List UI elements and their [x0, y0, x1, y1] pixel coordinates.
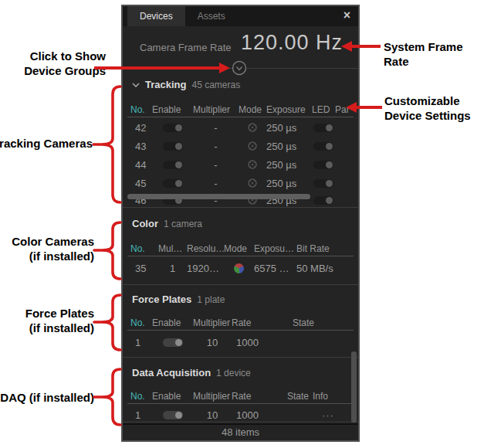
tab-assets[interactable]: Assets — [185, 6, 238, 26]
tracking-section-header[interactable]: Tracking 45 cameras — [132, 79, 240, 90]
enable-toggle[interactable] — [163, 161, 183, 169]
rate-value: 1000 — [232, 409, 287, 421]
tab-devices[interactable]: Devices — [127, 6, 185, 26]
multiplier-value: 10 — [193, 409, 232, 421]
multiplier-value: - — [193, 141, 239, 152]
info-ellipsis-icon[interactable]: ··· — [313, 409, 344, 421]
tracking-mode-icon[interactable] — [247, 159, 258, 170]
tracking-brace — [93, 87, 120, 202]
chevron-down-circle-icon[interactable] — [231, 59, 248, 76]
col-exposure: Exposure — [266, 104, 312, 115]
color-section-header[interactable]: Color 1 camera — [132, 218, 202, 229]
col-no: No. — [130, 391, 152, 402]
multiplier-value: - — [193, 122, 239, 134]
section-divider — [123, 357, 358, 358]
tracking-mode-icon[interactable] — [247, 141, 258, 151]
col-multiplier: Mul… — [158, 243, 187, 254]
camera-number: 35 — [130, 263, 158, 274]
multiplier-value: - — [193, 159, 239, 171]
enable-toggle[interactable] — [163, 179, 183, 188]
horizontal-scrollbar[interactable] — [127, 194, 310, 199]
force-plates-brace — [94, 295, 120, 350]
multiplier-value: - — [193, 178, 239, 189]
table-row[interactable]: 43 - 250 µs — [123, 137, 358, 154]
enable-toggle[interactable] — [163, 142, 183, 151]
color-brace — [94, 222, 120, 279]
multiplier-value: 10 — [193, 337, 232, 348]
camera-number: 43 — [130, 141, 152, 152]
annotation-color-cameras: Color Cameras (if installed) — [0, 234, 94, 263]
enable-toggle[interactable] — [163, 411, 183, 419]
tracking-table-header: No. Enable Multiplier Mode Exposure LED … — [127, 102, 354, 117]
led-toggle[interactable] — [313, 161, 333, 169]
daq-section-header[interactable]: Data Acquisition 1 device — [132, 367, 251, 378]
force-plates-table-header: No. Enable Multiplier Rate State — [127, 315, 354, 331]
daq-brace — [94, 369, 120, 425]
annotation-tracking-cameras: Tracking Cameras — [0, 136, 93, 151]
exposure-value: 250 µs — [266, 122, 312, 134]
vertical-scrollbar[interactable] — [351, 351, 357, 423]
tracking-section-title: Tracking — [145, 79, 186, 90]
close-icon[interactable]: × — [344, 9, 350, 22]
figure-canvas: Click to Show Device Groups Tracking Cam… — [0, 0, 484, 448]
collapse-chevron-icon — [132, 83, 140, 87]
enable-toggle[interactable] — [163, 124, 183, 132]
table-row[interactable]: 1 10 1000 — [123, 334, 358, 351]
bit-rate-value: 50 MB/s — [296, 263, 346, 274]
section-divider — [123, 284, 358, 285]
force-plates-section-title: Force Plates — [132, 294, 191, 305]
camera-frame-rate-value: 120.00 Hz — [241, 31, 343, 55]
daq-section-count: 1 device — [216, 368, 251, 378]
col-enable: Enable — [152, 104, 193, 115]
color-section-count: 1 camera — [164, 219, 202, 229]
led-toggle[interactable] — [313, 124, 333, 132]
color-section-title: Color — [132, 218, 158, 229]
table-row[interactable]: 44 - 250 µs — [123, 156, 358, 173]
col-par: Par — [335, 104, 354, 115]
devices-panel: Devices Assets × Camera Frame Rate 120.0… — [121, 5, 360, 442]
table-row[interactable]: 45 - 250 µs — [123, 175, 358, 192]
camera-number: 44 — [130, 159, 152, 171]
col-multiplier: Multiplier — [193, 391, 232, 402]
plate-number: 1 — [130, 337, 152, 348]
camera-number: 42 — [130, 122, 152, 134]
tracking-mode-icon[interactable] — [247, 122, 258, 133]
col-state: State — [287, 391, 313, 402]
table-row[interactable]: 42 - 250 µs — [123, 119, 358, 136]
device-number: 1 — [130, 409, 152, 421]
col-multiplier: Multiplier — [193, 317, 232, 328]
table-row[interactable]: 1 10 1000 ··· — [123, 406, 358, 423]
panel-tab-bar: Devices Assets — [123, 6, 358, 26]
led-toggle[interactable] — [313, 196, 333, 205]
exposure-value: 250 µs — [266, 178, 312, 189]
col-state: State — [293, 317, 342, 328]
col-no: No. — [130, 104, 152, 115]
force-plates-section-header[interactable]: Force Plates 1 plate — [132, 294, 225, 305]
color-mode-icon[interactable] — [234, 263, 244, 273]
resolution-value: 1920… — [187, 263, 224, 274]
col-enable: Enable — [152, 391, 193, 402]
daq-table-header: No. Enable Multiplier Rate State Info — [127, 389, 354, 404]
color-table-header: No. Mul… Resolu… Mode Exposu… Bit Rate — [127, 241, 354, 256]
col-rate: Rate — [232, 391, 287, 402]
col-multiplier: Multiplier — [193, 104, 239, 115]
col-led: LED — [312, 104, 335, 115]
col-info: Info — [313, 391, 344, 402]
enable-toggle[interactable] — [163, 338, 183, 347]
tracking-mode-icon[interactable] — [247, 178, 258, 188]
annotation-customizable-device-settings: Customizable Device Settings — [384, 93, 484, 123]
tracking-section-count: 45 cameras — [191, 80, 240, 90]
camera-number: 45 — [130, 178, 152, 189]
col-exposure: Exposu… — [254, 243, 296, 254]
led-toggle[interactable] — [313, 142, 333, 151]
force-plates-section-count: 1 plate — [197, 294, 225, 305]
camera-frame-rate-label: Camera Frame Rate — [140, 42, 231, 53]
col-mode: Mode — [239, 104, 266, 115]
led-toggle[interactable] — [313, 179, 333, 188]
annotation-daq: DAQ (if installed) — [0, 390, 94, 405]
multiplier-value: 1 — [158, 263, 187, 274]
col-no: No. — [130, 317, 152, 328]
table-row[interactable]: 35 1 1920… 6575 … 50 MB/s — [123, 260, 358, 277]
col-bit-rate: Bit Rate — [296, 243, 346, 254]
exposure-value: 250 µs — [266, 141, 312, 152]
